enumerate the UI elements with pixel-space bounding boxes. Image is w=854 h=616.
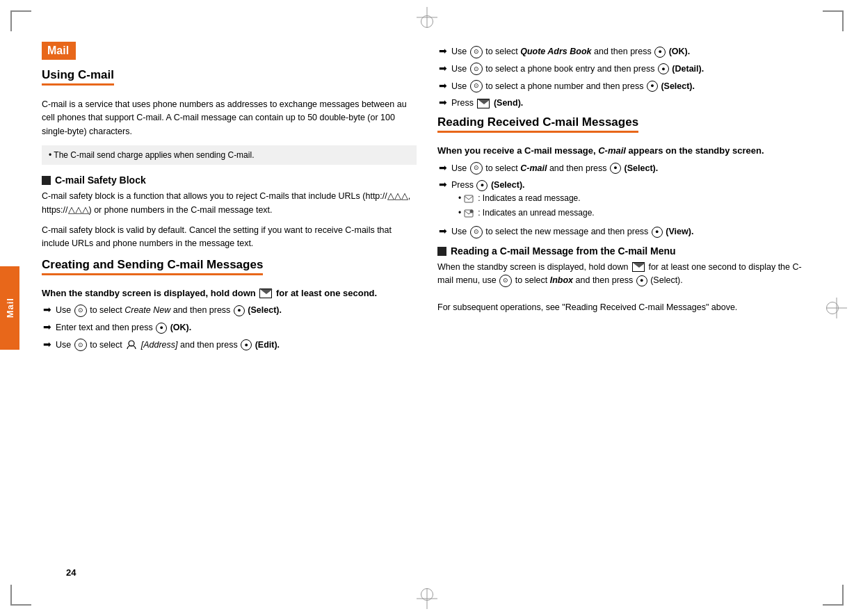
create-new-label: Create New — [124, 305, 170, 315]
reading-bullet-2: • : Indicates an unread message. — [458, 206, 595, 219]
corner-decoration-tr — [823, 10, 844, 31]
unread-msg-icon — [464, 206, 475, 219]
right-step-1-text: Use ⊙ to select Quote Adrs Book and then… — [451, 45, 690, 58]
envelope-icon-1 — [259, 289, 272, 298]
envelope-icon-r4 — [477, 99, 490, 108]
reading-step-2-text: Press ● (Select). • : Indicates a read m… — [451, 179, 595, 221]
creating-step-1: ➡ Use ⊙ to select Create New and then pr… — [42, 304, 417, 317]
cmail-italic-label: C-mail — [598, 145, 626, 156]
reading-menu-body: When the standby screen is displayed, ho… — [437, 261, 812, 315]
reading-menu-title: Reading a C-mail Message from the C-mail… — [451, 245, 676, 257]
right-step-4: ➡ Press (Send). — [437, 97, 812, 110]
creating-step-1-text: Use ⊙ to select Create New and then pres… — [56, 304, 282, 317]
using-cmail-title: Using C-mail — [42, 68, 114, 86]
right-column: ➡ Use ⊙ to select Quote Adrs Book and th… — [437, 42, 812, 574]
svg-point-3 — [470, 209, 474, 213]
reading-step-2: ➡ Press ● (Select). • : Indicates a read… — [437, 179, 812, 221]
bullet-dot-2: • — [458, 206, 461, 219]
arrow-icon-r1: ➡ — [439, 45, 447, 56]
safety-block-square-icon — [42, 176, 51, 185]
creating-step-2: ➡ Enter text and then press ● (OK). — [42, 321, 417, 334]
arrow-icon-2: ➡ — [43, 321, 51, 332]
bullet-dot-1: • — [458, 192, 461, 204]
creating-step-3: ➡ Use ⊙ to select [Address] and then pre… — [42, 339, 417, 352]
left-column: Mail Using C-mail C-mail is a service th… — [42, 42, 417, 574]
nav-icon-menu: ⊙ — [499, 275, 512, 287]
nav-icon-rs3: ⊙ — [470, 226, 483, 238]
main-content: Mail Using C-mail C-mail is a service th… — [42, 42, 812, 574]
arrow-icon-rs3: ➡ — [439, 225, 447, 236]
safety-block-title: C-mail Safety Block — [55, 175, 146, 186]
arrow-icon-rs1: ➡ — [439, 162, 447, 173]
nav-icon-2: ⊙ — [74, 339, 87, 351]
reading-menu-header: Reading a C-mail Message from the C-mail… — [437, 245, 812, 257]
creating-section-title: Creating and Sending C-mail Messages — [42, 258, 263, 275]
address-icon — [126, 339, 137, 350]
side-tab: Mail — [0, 266, 19, 350]
arrow-icon-1: ➡ — [43, 304, 51, 315]
using-cmail-section: Using C-mail — [42, 68, 417, 91]
crosshair-right-circle — [826, 302, 839, 314]
mail-header: Mail — [42, 42, 76, 60]
safety-block-body1: C-mail safety block is a function that a… — [42, 190, 417, 217]
safety-block-body2: C-mail safety block is valid by default.… — [42, 224, 417, 251]
right-step-3: ➡ Use ⊙ to select a phone number and the… — [437, 80, 812, 93]
creating-standby-intro: When the standby screen is displayed, ho… — [42, 286, 417, 300]
arrow-icon-r3: ➡ — [439, 80, 447, 91]
crosshair-bottom-circle — [421, 588, 433, 601]
cmail-note-text: • The C-mail send charge applies when se… — [49, 150, 254, 160]
using-cmail-intro: C-mail is a service that uses phone numb… — [42, 98, 417, 138]
envelope-icon-menu — [632, 262, 645, 272]
ok-btn-r1: ● — [654, 47, 666, 58]
reading-standby-intro: When you receive a C-mail message, C-mai… — [437, 144, 812, 158]
select-btn-menu: ● — [636, 275, 647, 286]
mail-header-text: Mail — [47, 44, 69, 56]
cmail-note-box: • The C-mail send charge applies when se… — [42, 145, 417, 165]
reading-step-3-text: Use ⊙ to select the new message and then… — [451, 225, 693, 238]
arrow-icon-3: ➡ — [43, 339, 51, 350]
select-btn-rs1: ● — [610, 163, 621, 174]
nav-icon-r1: ⊙ — [470, 46, 483, 58]
reading-menu-subsection: Reading a C-mail Message from the C-mail… — [437, 245, 812, 315]
inbox-label: Inbox — [550, 275, 573, 285]
side-tab-label: Mail — [5, 298, 15, 318]
creating-step-2-text: Enter text and then press ● (OK). — [56, 321, 191, 334]
right-step-3-text: Use ⊙ to select a phone number and then … — [451, 80, 695, 93]
creating-section-header: Creating and Sending C-mail Messages — [42, 258, 417, 281]
arrow-icon-r4: ➡ — [439, 97, 447, 108]
quote-adrs-label: Quote Adrs Book — [520, 47, 591, 56]
reading-step-1: ➡ Use ⊙ to select C-mail and then press … — [437, 162, 812, 175]
reading-bullet-1: • : Indicates a read message. — [458, 192, 595, 204]
cmail-select-label: C-mail — [520, 163, 547, 173]
reading-section-title: Reading Received C-mail Messages — [437, 115, 638, 133]
edit-btn-1: ● — [241, 339, 252, 350]
arrow-icon-r2: ➡ — [439, 63, 447, 74]
crosshair-top-circle — [421, 15, 433, 28]
svg-rect-1 — [465, 195, 473, 202]
select-btn-1: ● — [234, 305, 245, 316]
reading-section-header: Reading Received C-mail Messages — [437, 115, 812, 138]
nav-icon-r2: ⊙ — [470, 63, 483, 75]
reading-menu-square-icon — [437, 247, 446, 256]
reading-step-3: ➡ Use ⊙ to select the new message and th… — [437, 225, 812, 238]
ok-btn-1: ● — [156, 323, 167, 334]
view-btn-rs3: ● — [652, 227, 663, 238]
corner-decoration-tl — [10, 10, 31, 31]
read-msg-icon — [464, 192, 475, 204]
address-label: [Address] — [141, 340, 178, 350]
right-step-2: ➡ Use ⊙ to select a phone book entry and… — [437, 63, 812, 76]
nav-icon-1: ⊙ — [74, 305, 87, 317]
right-step-2-text: Use ⊙ to select a phone book entry and t… — [451, 63, 704, 76]
nav-icon-r3: ⊙ — [470, 80, 483, 92]
reading-step-1-text: Use ⊙ to select C-mail and then press ● … — [451, 162, 658, 175]
right-step-4-text: Press (Send). — [451, 97, 523, 110]
safety-block-subsection: C-mail Safety Block — [42, 175, 417, 186]
select-btn-r3: ● — [647, 81, 658, 92]
right-step-1: ➡ Use ⊙ to select Quote Adrs Book and th… — [437, 45, 812, 58]
select-btn-rs2: ● — [476, 180, 488, 191]
nav-icon-rs1: ⊙ — [470, 162, 483, 175]
creating-step-3-text: Use ⊙ to select [Address] and then press… — [56, 339, 280, 352]
arrow-icon-rs2: ➡ — [439, 179, 447, 190]
corner-decoration-br — [823, 585, 844, 606]
corner-decoration-bl — [10, 585, 31, 606]
